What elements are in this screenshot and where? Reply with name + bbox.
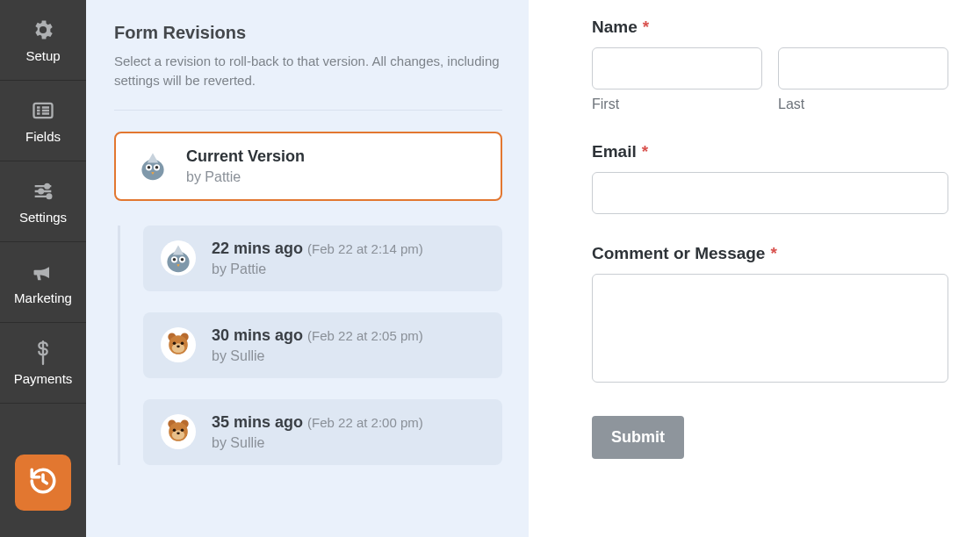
svg-point-8 — [155, 166, 159, 169]
avatar-pigeon — [135, 148, 170, 183]
revision-item[interactable]: 35 mins ago (Feb 22 at 2:00 pm) by Sulli… — [143, 399, 502, 465]
revision-timestamp: (Feb 22 at 2:00 pm) — [307, 415, 423, 430]
last-name-sublabel: Last — [778, 97, 948, 112]
revision-item[interactable]: 22 mins ago (Feb 22 at 2:14 pm) by Patti… — [143, 226, 502, 291]
svg-point-13 — [181, 258, 184, 261]
svg-point-12 — [173, 258, 177, 261]
revision-time-ago: 35 mins ago — [212, 413, 303, 431]
last-name-input[interactable] — [778, 47, 948, 90]
submit-button[interactable]: Submit — [592, 416, 684, 459]
sidebar-label: Payments — [14, 371, 73, 386]
revision-current-title: Current Version — [186, 147, 305, 166]
required-mark: * — [642, 142, 648, 161]
svg-point-2 — [39, 190, 43, 194]
dollar-icon — [30, 340, 56, 366]
comment-textarea[interactable] — [592, 274, 948, 383]
list-icon — [30, 97, 56, 124]
revisions-panel: Form Revisions Select a revision to roll… — [86, 0, 529, 537]
sidebar-label: Marketing — [14, 290, 72, 305]
first-name-input[interactable] — [592, 47, 762, 90]
revision-list: 22 mins ago (Feb 22 at 2:14 pm) by Patti… — [118, 226, 502, 465]
required-mark: * — [770, 244, 776, 262]
svg-point-1 — [45, 184, 49, 189]
avatar-bear — [161, 327, 196, 362]
svg-point-29 — [177, 432, 180, 434]
svg-point-20 — [181, 341, 184, 345]
svg-point-3 — [47, 195, 52, 199]
svg-point-27 — [173, 428, 177, 432]
sidebar-label: Fields — [25, 129, 61, 144]
revision-timestamp: (Feb 22 at 2:05 pm) — [307, 328, 423, 343]
revisions-title: Form Revisions — [114, 23, 502, 43]
revisions-history-button[interactable] — [15, 455, 71, 511]
sidebar-item-setup[interactable]: Setup — [0, 0, 86, 81]
revisions-subtitle: Select a revision to roll-back to that v… — [114, 52, 502, 90]
svg-point-19 — [173, 341, 177, 345]
revision-time-ago: 22 mins ago — [212, 240, 303, 257]
svg-point-7 — [148, 166, 151, 169]
avatar-pigeon — [161, 240, 196, 276]
divider — [114, 110, 502, 111]
revision-timestamp: (Feb 22 at 2:14 pm) — [307, 241, 423, 256]
sidebar-label: Settings — [19, 210, 67, 225]
first-name-sublabel: First — [592, 97, 762, 112]
comment-label: Comment or Message* — [592, 244, 948, 263]
email-input[interactable] — [592, 172, 948, 214]
sliders-icon — [30, 178, 56, 204]
svg-point-28 — [181, 428, 184, 432]
email-label: Email* — [592, 142, 948, 161]
revision-by: by Pattie — [212, 261, 423, 277]
revision-current[interactable]: Current Version by Pattie — [114, 132, 502, 201]
revision-time-ago: 30 mins ago — [212, 326, 303, 344]
required-mark: * — [643, 18, 649, 36]
svg-point-21 — [177, 345, 180, 347]
sidebar-item-fields[interactable]: Fields — [0, 81, 86, 161]
sidebar-label: Setup — [25, 48, 60, 63]
bullhorn-icon — [30, 259, 56, 285]
revision-by: by Sullie — [212, 435, 423, 451]
form-preview: Name* First Last Email* Comment or Messa… — [529, 0, 980, 537]
gear-icon — [30, 17, 56, 43]
sidebar-item-settings[interactable]: Settings — [0, 161, 86, 242]
avatar-bear — [161, 414, 196, 449]
revision-by: by Sullie — [212, 348, 423, 364]
revision-current-by: by Pattie — [186, 169, 305, 185]
builder-sidebar: Setup Fields Settings Marketing Payments — [0, 0, 86, 537]
history-icon — [28, 466, 58, 499]
revision-item[interactable]: 30 mins ago (Feb 22 at 2:05 pm) by Sulli… — [143, 312, 502, 378]
name-label: Name* — [592, 18, 948, 37]
sidebar-item-marketing[interactable]: Marketing — [0, 242, 86, 323]
sidebar-item-payments[interactable]: Payments — [0, 323, 86, 404]
